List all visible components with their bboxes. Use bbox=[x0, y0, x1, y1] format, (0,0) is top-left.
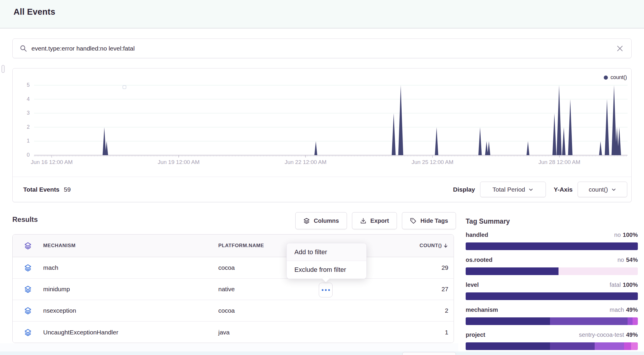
tag-bar-segment bbox=[466, 342, 550, 350]
tag-bar-segment bbox=[466, 242, 638, 250]
tag-name-project: project bbox=[466, 331, 485, 338]
columns-button[interactable]: Columns bbox=[295, 212, 347, 229]
tag-bar-segment bbox=[633, 317, 638, 325]
hide-tags-button[interactable]: Hide Tags bbox=[402, 212, 456, 229]
x-axis-label: Jun 16 12:00 AM bbox=[19, 159, 84, 165]
chevron-down-icon bbox=[611, 187, 616, 192]
tag-summary-heading: Tag Summary bbox=[466, 217, 638, 225]
column-header-count[interactable]: COUNT() bbox=[395, 243, 454, 249]
search-bar[interactable]: event.type:error handled:no level:fatal bbox=[12, 38, 632, 58]
tag-bar-segment bbox=[624, 342, 631, 350]
x-axis-label: Jun 25 12:00 AM bbox=[400, 159, 465, 165]
cell-context-menu: Add to filter Exclude from filter bbox=[286, 243, 367, 279]
table-header-row: MECHANISM PLATFORM.NAME COUNT() bbox=[13, 235, 454, 257]
cell-count[interactable]: 1 bbox=[395, 329, 454, 336]
cell-platform[interactable]: java bbox=[218, 329, 395, 336]
tag-bar-segment bbox=[631, 342, 638, 350]
cell-count[interactable]: 2 bbox=[395, 307, 454, 314]
dot bbox=[322, 289, 323, 291]
sidebar-collapse-handle[interactable] bbox=[1, 65, 5, 73]
table-row-mach[interactable]: mach cocoa 29 bbox=[13, 257, 454, 279]
header-layers-icon[interactable] bbox=[13, 242, 43, 249]
yaxis-dropdown-value: count() bbox=[589, 186, 608, 193]
events-chart[interactable]: 012345 Jun 16 12:00 AMJun 19 12:00 AMJun… bbox=[13, 68, 631, 177]
tag-bar-segment bbox=[628, 317, 633, 325]
pagination-buttons-cutoff[interactable] bbox=[402, 352, 456, 355]
chevron-down-icon bbox=[529, 187, 533, 192]
tag-distribution-bar-mechanism[interactable] bbox=[466, 317, 638, 325]
export-button[interactable]: Export bbox=[352, 212, 397, 229]
results-table: MECHANISM PLATFORM.NAME COUNT() mach coc… bbox=[12, 234, 454, 343]
bottom-stripe bbox=[0, 351, 644, 355]
tag-distribution-bar-project[interactable] bbox=[466, 342, 638, 350]
search-query-input[interactable]: event.type:error handled:no level:fatal bbox=[31, 45, 616, 52]
tag-bar-segment bbox=[466, 292, 638, 300]
x-axis-label: Jun 22 12:00 AM bbox=[273, 159, 338, 165]
tag-name-mechanism: mechanism bbox=[466, 307, 498, 313]
results-toolbar: Columns Export Hide Tags bbox=[295, 212, 456, 229]
row-layers-icon bbox=[13, 329, 43, 336]
y-axis-label: 3 bbox=[17, 110, 30, 116]
tag-bar-segment bbox=[595, 342, 624, 350]
y-axis-label: 1 bbox=[17, 138, 30, 144]
clear-search-icon[interactable] bbox=[616, 44, 624, 53]
count-header-label: COUNT() bbox=[420, 243, 442, 249]
chart-footer: Total Events 59 Display Total Period Y-A… bbox=[13, 177, 631, 202]
dot bbox=[325, 289, 327, 291]
cell-mechanism[interactable]: mach bbox=[43, 264, 218, 271]
tag-bar-segment bbox=[466, 267, 559, 275]
row-layers-icon bbox=[13, 264, 43, 272]
x-axis-label: Jun 28 12:00 AM bbox=[527, 159, 592, 165]
cell-actions-button[interactable] bbox=[319, 283, 333, 297]
cell-count[interactable]: 27 bbox=[395, 286, 454, 293]
row-layers-icon bbox=[13, 285, 43, 293]
columns-button-label: Columns bbox=[314, 217, 339, 224]
total-events-label: Total Events bbox=[23, 186, 59, 193]
hide-tags-button-label: Hide Tags bbox=[420, 217, 448, 224]
below-table-area bbox=[0, 343, 458, 351]
tag-top-value: sentry-cocoa-test49% bbox=[579, 331, 638, 338]
cell-platform[interactable]: cocoa bbox=[218, 307, 395, 314]
cell-count[interactable]: 29 bbox=[395, 264, 454, 271]
cell-mechanism[interactable]: nsexception bbox=[43, 307, 218, 314]
chart-legend[interactable]: count() bbox=[604, 74, 627, 81]
cell-mechanism[interactable]: minidump bbox=[43, 286, 218, 293]
tag-bar-segment bbox=[550, 342, 595, 350]
sort-desc-arrow-icon bbox=[443, 243, 448, 248]
y-axis-label: 4 bbox=[17, 96, 30, 102]
events-chart-panel: 012345 Jun 16 12:00 AMJun 19 12:00 AMJun… bbox=[12, 68, 632, 202]
yaxis-dropdown[interactable]: count() bbox=[578, 182, 627, 197]
x-axis-label: Jun 19 12:00 AM bbox=[146, 159, 211, 165]
page-header: All Events bbox=[0, 0, 644, 29]
legend-series-dot bbox=[604, 76, 608, 80]
table-row-minidump[interactable]: minidump native 27 bbox=[13, 279, 454, 300]
column-header-mechanism[interactable]: MECHANISM bbox=[43, 243, 218, 249]
tag-bar-segment bbox=[559, 267, 638, 275]
display-dropdown[interactable]: Total Period bbox=[480, 182, 546, 197]
layers-icon bbox=[303, 217, 310, 224]
tag-name-handled: handled bbox=[466, 232, 488, 238]
tag-icon bbox=[410, 217, 417, 224]
tag-distribution-bar-os.rooted[interactable] bbox=[466, 267, 638, 275]
tag-distribution-bar-handled[interactable] bbox=[466, 242, 638, 250]
chart-point-marker bbox=[123, 85, 126, 89]
yaxis-label: Y-Axis bbox=[554, 186, 573, 193]
y-axis-label: 0 bbox=[17, 152, 30, 158]
menu-item-add-to-filter[interactable]: Add to filter bbox=[287, 243, 366, 261]
row-layers-icon bbox=[13, 307, 43, 314]
table-row-nsexception[interactable]: nsexception cocoa 2 bbox=[13, 300, 454, 321]
cell-platform[interactable]: native bbox=[218, 286, 395, 293]
y-axis-label: 5 bbox=[17, 82, 30, 88]
tag-name-level: level bbox=[466, 282, 479, 288]
tag-bar-segment bbox=[550, 317, 628, 325]
results-heading: Results bbox=[12, 215, 38, 224]
table-row-UncaughtExceptionHandler[interactable]: UncaughtExceptionHandler java 1 bbox=[13, 321, 454, 343]
tag-name-os.rooted: os.rooted bbox=[466, 257, 492, 263]
tag-bar-segment bbox=[466, 317, 550, 325]
cell-mechanism[interactable]: UncaughtExceptionHandler bbox=[43, 329, 218, 336]
tag-distribution-bar-level[interactable] bbox=[466, 292, 638, 300]
total-events-value: 59 bbox=[64, 186, 71, 193]
page-title: All Events bbox=[14, 7, 55, 17]
tag-summary-panel: Tag Summary handledno100%os.rootedno54%l… bbox=[466, 217, 638, 225]
export-button-label: Export bbox=[370, 217, 389, 224]
